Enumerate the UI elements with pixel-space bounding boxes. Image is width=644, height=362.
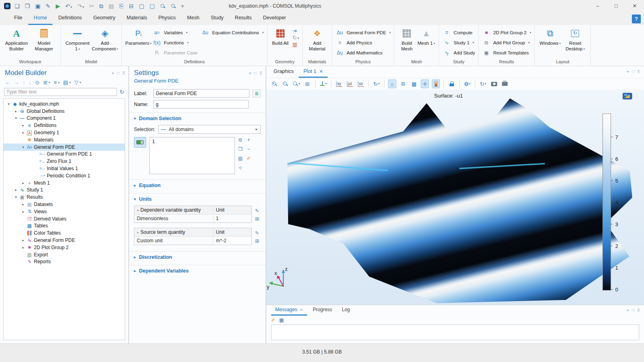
tree-caret-icon[interactable]: ▾ bbox=[13, 116, 19, 120]
zoom-to-selection-icon[interactable]: ⊹ bbox=[238, 165, 243, 171]
selection-dropdown[interactable]: — All domains ▼ bbox=[158, 125, 261, 134]
tab-messages[interactable]: Messages ✕ bbox=[271, 305, 307, 316]
edit-table-icon[interactable]: ✎ bbox=[255, 230, 259, 236]
delete-icon[interactable]: ⊟ bbox=[129, 3, 134, 9]
tree-caret-icon[interactable]: ▸ bbox=[21, 210, 26, 214]
panel-pin-icon[interactable]: ⊼ bbox=[122, 71, 125, 75]
view-xz-icon[interactable]: xz bbox=[357, 79, 365, 88]
cut-icon[interactable]: ✂ bbox=[89, 3, 94, 9]
show-grid-icon[interactable]: ▦ bbox=[410, 79, 418, 88]
move-up-icon[interactable]: ↑ bbox=[23, 79, 25, 85]
menu-tab[interactable]: Materials bbox=[121, 12, 153, 25]
update-plot-icon[interactable]: ↻▾ bbox=[479, 79, 487, 88]
tree-caret-icon[interactable]: ▸ bbox=[21, 245, 26, 250]
move-down-icon[interactable]: ↓ bbox=[29, 79, 32, 85]
parameters-button[interactable]: Pᵢ Parameters▾ bbox=[125, 27, 152, 46]
redo-icon[interactable]: ↷▾ bbox=[77, 3, 84, 9]
section-domain-selection[interactable]: ▾ Domain Selection bbox=[129, 112, 266, 123]
source-unit-cell[interactable]: m^-2 bbox=[213, 237, 251, 245]
tree-item[interactable]: ▾ Results bbox=[4, 193, 125, 201]
clear-log-icon[interactable]: ✐ bbox=[271, 317, 275, 323]
show-icon[interactable]: ⊙ bbox=[35, 79, 40, 85]
source-quantity-cell[interactable]: Custom unit bbox=[134, 237, 213, 245]
tree-item[interactable]: Export bbox=[4, 251, 125, 258]
open-file-icon[interactable]: ❐ bbox=[25, 3, 30, 9]
insert-row-icon[interactable]: ⊞ bbox=[255, 216, 259, 222]
lock-view-icon[interactable] bbox=[447, 79, 456, 88]
tree-caret-icon[interactable]: ▾ bbox=[6, 102, 11, 106]
tree-caret-icon[interactable]: ▾ bbox=[13, 195, 19, 199]
tree-item[interactable]: General Form PDE 1 bbox=[4, 151, 125, 158]
active-toggle-button[interactable] bbox=[134, 137, 146, 148]
tree-item[interactable]: ▸ General Form PDE bbox=[4, 237, 125, 244]
messages-output[interactable] bbox=[271, 325, 639, 340]
result-templates-button[interactable]: ▣ Result Templates bbox=[482, 48, 531, 57]
refresh-icon[interactable]: ↻ bbox=[119, 89, 124, 95]
add-material-button[interactable]: ❖ Add Material bbox=[306, 27, 328, 52]
reset-desktop-button[interactable]: ↻ Reset Desktop▾ bbox=[563, 27, 587, 52]
undo-icon[interactable]: ↶▾ bbox=[65, 3, 72, 9]
copy-selection-icon[interactable]: ❐ bbox=[238, 146, 243, 152]
snapshot-icon[interactable] bbox=[490, 79, 498, 88]
dependent-quantity-cell[interactable]: Dimensionless bbox=[134, 214, 213, 223]
panel-menu-icon[interactable]: ▾ bbox=[249, 71, 251, 75]
build-mesh-button[interactable]: Build Mesh bbox=[397, 27, 416, 52]
tree-caret-icon[interactable]: ▸ bbox=[21, 131, 26, 135]
tree-item[interactable]: ▸ Global Definitions bbox=[4, 108, 125, 115]
panel-float-icon[interactable]: □ bbox=[254, 71, 257, 75]
tab-log[interactable]: Log bbox=[338, 305, 354, 316]
tab-plot-1[interactable]: Plot 1 ✕ bbox=[299, 66, 328, 78]
add-study-button[interactable]: ∿̟ Add Study bbox=[442, 48, 475, 57]
tree-item[interactable]: Periodic Condition 1 bbox=[4, 172, 125, 179]
tree-item[interactable]: Tables bbox=[4, 223, 125, 230]
add-physics-button[interactable]: ⚛ Add Physics bbox=[335, 38, 391, 47]
duplicate-icon[interactable]: ⎘ bbox=[119, 3, 123, 9]
name-input[interactable] bbox=[153, 100, 249, 108]
panel-float-icon[interactable]: □ bbox=[117, 71, 119, 75]
copy-icon[interactable]: ⧉ bbox=[99, 3, 103, 9]
panel-float-icon[interactable]: □ bbox=[632, 69, 634, 74]
forward-icon[interactable]: → bbox=[14, 79, 19, 85]
add-mathematics-button[interactable]: Δu̟ Add Mathematics bbox=[335, 48, 391, 57]
section-discretization[interactable]: ▸ Discretization bbox=[129, 251, 266, 262]
tab-graphics[interactable]: Graphics bbox=[269, 66, 299, 78]
clear-selection-icon[interactable]: ▢ bbox=[150, 3, 155, 9]
tree-item[interactable]: ▾ General Form PDE bbox=[4, 144, 125, 151]
panel-menu-icon[interactable]: ▾ bbox=[112, 71, 114, 75]
run-icon[interactable]: ▶ bbox=[56, 3, 60, 9]
menu-tab[interactable]: Definitions bbox=[53, 12, 87, 25]
customize-toolbar-icon[interactable]: ▾ bbox=[181, 3, 184, 9]
rebuild-icon[interactable]: ↻▾ bbox=[293, 35, 299, 40]
import-geometry-icon[interactable]: ⇥ bbox=[293, 28, 299, 33]
scene-light-icon[interactable]: ☼ bbox=[388, 79, 396, 88]
dependent-unit-cell[interactable]: 1 bbox=[213, 214, 251, 223]
menu-tab[interactable]: Results bbox=[230, 12, 257, 25]
tree-caret-icon[interactable]: ▸ bbox=[13, 109, 19, 113]
menu-tab[interactable]: Mesh bbox=[182, 12, 205, 25]
zoom-in-icon[interactable]: + bbox=[270, 79, 278, 88]
rename-icon[interactable]: ≣ bbox=[253, 89, 261, 98]
tree-item[interactable]: ▸ Views bbox=[4, 208, 125, 215]
model-manager-button[interactable]: Model Manager bbox=[31, 27, 57, 52]
panel-pin-icon[interactable]: ⊼ bbox=[637, 69, 640, 74]
insert-row-icon[interactable]: ⊞ bbox=[255, 238, 259, 244]
clear-selection-icon[interactable]: ✐ bbox=[247, 156, 251, 161]
zoom-out-icon[interactable]: − bbox=[281, 79, 289, 88]
close-button[interactable]: ✕ bbox=[625, 0, 644, 12]
menu-tab[interactable]: Study bbox=[205, 12, 229, 25]
tree-item[interactable]: ▾ Component 1 bbox=[4, 115, 125, 122]
plot-group-select[interactable]: ■ 2D Plot Group 2▾ bbox=[482, 28, 531, 37]
minimize-button[interactable]: – bbox=[588, 0, 607, 12]
compute-button[interactable]: = Compute bbox=[442, 28, 475, 37]
domain-list-item[interactable]: 1 bbox=[152, 139, 232, 144]
tree-caret-icon[interactable]: ▸ bbox=[21, 238, 26, 242]
tree-item[interactable]: ▸ Study 1 bbox=[4, 187, 125, 194]
edit-table-icon[interactable]: ✎ bbox=[255, 208, 259, 214]
variables-button[interactable]: a= Variables▾ bbox=[153, 28, 198, 37]
study-1-button[interactable]: ∿ Study 1▾ bbox=[442, 38, 475, 47]
tree-caret-icon[interactable]: ▾ bbox=[21, 145, 26, 149]
tree-caret-icon[interactable]: ▸ bbox=[21, 181, 26, 185]
collapse-all-icon[interactable]: ≡▾ bbox=[54, 79, 59, 85]
parameter-case-button[interactable]: Pᵢ Parameter Case bbox=[153, 48, 198, 57]
show-axis-orientation-icon[interactable]: ✛ bbox=[421, 79, 429, 88]
